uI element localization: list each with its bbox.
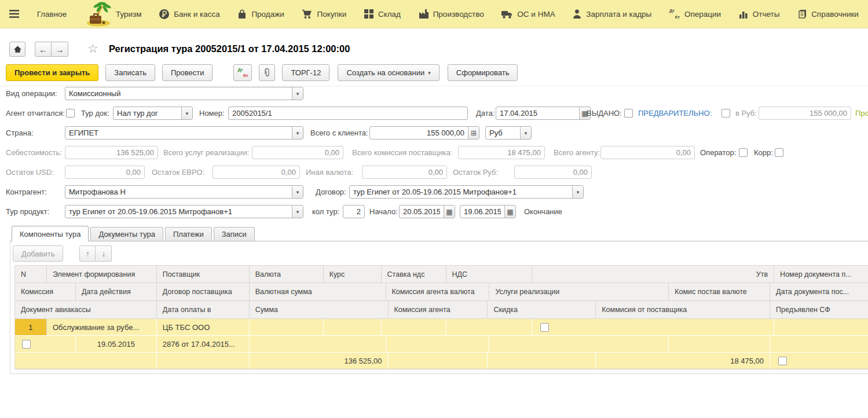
- services-cell[interactable]: [489, 336, 669, 352]
- tour-doc-combo[interactable]: ▾: [113, 107, 193, 120]
- menu-item-glavnoe[interactable]: Главное: [37, 10, 67, 19]
- number-input[interactable]: [229, 107, 467, 119]
- move-row-up-button[interactable]: ↑: [79, 245, 96, 262]
- hamburger-menu-button[interactable]: [9, 10, 19, 18]
- currency-sum-cell[interactable]: [250, 336, 386, 352]
- menu-item-zarplata-kadry[interactable]: Зарплата и кадры: [573, 9, 651, 19]
- generate-button[interactable]: Сформировать: [448, 64, 518, 81]
- tab-komponenty-tura[interactable]: Компоненты тура: [12, 226, 89, 241]
- doc-date-cell[interactable]: [770, 336, 868, 352]
- end-date-field[interactable]: ▦: [460, 205, 516, 218]
- country-combo[interactable]: ▾: [65, 126, 303, 140]
- date-field[interactable]: ▦: [496, 107, 591, 120]
- tour-count-input[interactable]: [343, 206, 364, 218]
- discount-cell[interactable]: [488, 353, 596, 369]
- counterparty-combo[interactable]: ▾: [65, 185, 303, 199]
- post-and-close-button[interactable]: Провести и закрыть: [6, 64, 98, 81]
- end-date-input[interactable]: [460, 206, 504, 218]
- menu-item-proizvodstvo[interactable]: Производство: [419, 9, 484, 19]
- doc-number-cell[interactable]: [774, 319, 868, 335]
- post-button[interactable]: Провести: [162, 64, 213, 81]
- torg12-button[interactable]: ТОРГ-12: [282, 64, 329, 81]
- start-date-input[interactable]: [400, 206, 444, 218]
- contract-combo[interactable]: ▾: [349, 185, 584, 199]
- sf-presented-checkbox[interactable]: [778, 357, 787, 365]
- supplier-commission-cell[interactable]: 18 475,00: [596, 353, 770, 369]
- chevron-down-icon[interactable]: ▾: [292, 186, 303, 198]
- operator-checkbox[interactable]: [739, 148, 748, 157]
- menu-item-operacii[interactable]: ДтКт Операции: [669, 9, 721, 19]
- chevron-down-icon[interactable]: ▾: [181, 107, 192, 119]
- tab-zapisi[interactable]: Записи: [214, 227, 255, 241]
- supplier-cell[interactable]: ЦБ ТБС ООО: [157, 319, 250, 335]
- agent-commission-currency-cell[interactable]: [386, 336, 490, 352]
- rate-cell[interactable]: [324, 319, 382, 335]
- menu-item-sklad[interactable]: Склад: [364, 9, 401, 19]
- operation-type-input[interactable]: [65, 87, 292, 100]
- avia-doc-cell[interactable]: [15, 353, 157, 369]
- calendar-icon[interactable]: ▦: [444, 206, 455, 218]
- vat-cell[interactable]: [446, 319, 533, 335]
- calendar-icon[interactable]: ▦: [504, 206, 515, 218]
- counterparty-input[interactable]: [65, 186, 292, 198]
- forward-button[interactable]: →: [52, 42, 68, 57]
- vat-rate-cell[interactable]: [382, 319, 446, 335]
- sum-cell[interactable]: 136 525,00: [250, 353, 389, 369]
- menu-item-spravochniki[interactable]: Справочники: [797, 9, 859, 19]
- action-date-cell[interactable]: 19.05.2015: [76, 336, 157, 352]
- tour-doc-input[interactable]: [113, 107, 181, 119]
- tab-platezhi[interactable]: Платежи: [165, 227, 212, 241]
- menu-item-turizm[interactable]: Туризм: [85, 1, 142, 27]
- date-input[interactable]: [496, 107, 579, 119]
- operation-type-combo[interactable]: ▾: [65, 87, 303, 100]
- agent-commission-cell[interactable]: [389, 353, 488, 369]
- sf-presented-cell[interactable]: [770, 353, 868, 369]
- supplier-comm-currency-cell[interactable]: [669, 336, 770, 352]
- commission-cell[interactable]: [15, 336, 76, 352]
- total-client-input[interactable]: [370, 127, 468, 139]
- tour-count-field[interactable]: [343, 205, 365, 218]
- korr-checkbox[interactable]: [775, 148, 783, 157]
- preliminary-checkbox[interactable]: [721, 109, 730, 118]
- save-button[interactable]: Записать: [105, 64, 155, 81]
- home-button[interactable]: [9, 42, 25, 57]
- currency-input[interactable]: [486, 127, 520, 139]
- total-client-field[interactable]: ⊞: [369, 126, 479, 140]
- favorite-star-icon[interactable]: ☆: [87, 43, 98, 55]
- chevron-down-icon[interactable]: ▾: [292, 127, 303, 139]
- calculator-icon[interactable]: ⊞: [468, 127, 479, 139]
- supplier-contract-cell[interactable]: 2876 от 17.04.2015...: [157, 336, 250, 352]
- currency-combo[interactable]: ▾: [485, 126, 532, 140]
- back-button[interactable]: ←: [35, 42, 52, 57]
- utv-checkbox[interactable]: [540, 323, 549, 332]
- contract-input[interactable]: [350, 186, 572, 198]
- create-based-on-button[interactable]: Создать на основании ▾: [338, 64, 439, 81]
- tour-product-combo[interactable]: ▾: [65, 205, 303, 218]
- country-input[interactable]: [65, 127, 292, 139]
- start-date-field[interactable]: ▦: [399, 205, 455, 218]
- move-row-down-button[interactable]: ↓: [96, 245, 112, 262]
- chevron-down-icon[interactable]: ▾: [520, 127, 531, 139]
- tour-product-input[interactable]: [65, 206, 292, 218]
- pay-date-cell[interactable]: [157, 353, 250, 369]
- menu-item-otchety[interactable]: Отчеты: [739, 10, 780, 19]
- menu-item-os-nma[interactable]: ОС и НМА: [501, 10, 555, 19]
- chevron-down-icon[interactable]: ▾: [572, 186, 583, 198]
- chevron-down-icon[interactable]: ▾: [292, 206, 303, 218]
- add-row-button[interactable]: Добавить: [13, 245, 63, 262]
- menu-item-pokupki[interactable]: Покупки: [302, 9, 346, 19]
- menu-item-prodazhi[interactable]: Продажи: [237, 9, 284, 19]
- chevron-down-icon[interactable]: ▾: [292, 87, 303, 100]
- dt-kt-postings-button[interactable]: ДтКт: [233, 64, 252, 81]
- commission-checkbox[interactable]: [22, 340, 31, 349]
- number-field[interactable]: [228, 107, 468, 120]
- issued-checkbox[interactable]: [624, 109, 633, 118]
- agent-reported-checkbox[interactable]: [66, 109, 75, 118]
- attachments-button[interactable]: [259, 64, 275, 81]
- currency-cell[interactable]: [250, 319, 324, 335]
- menu-item-bank-kassa[interactable]: Банк и касса: [159, 9, 220, 19]
- utv-cell[interactable]: [532, 319, 774, 335]
- tab-dokumenty-tura[interactable]: Документы тура: [90, 227, 163, 241]
- element-cell[interactable]: Обслуживание за рубе...: [47, 319, 157, 335]
- row-number-cell[interactable]: 1: [15, 319, 47, 335]
